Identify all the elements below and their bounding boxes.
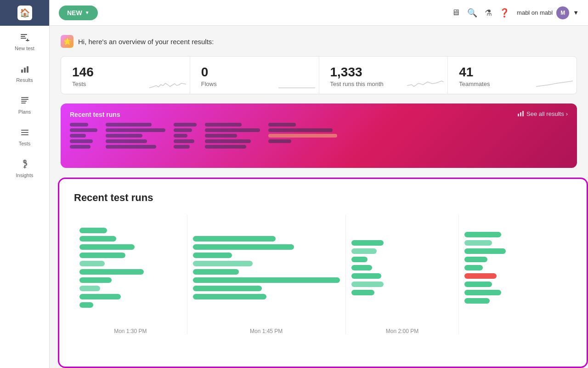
sparkline-teammates bbox=[536, 76, 573, 90]
new-test-icon bbox=[20, 32, 30, 44]
sidebar-item-plans[interactable]: Plans bbox=[0, 89, 49, 121]
banner-bar bbox=[174, 134, 187, 138]
banner-bar bbox=[174, 139, 194, 143]
banner-col-1 bbox=[70, 123, 97, 149]
svg-rect-18 bbox=[522, 111, 524, 116]
tl-bar bbox=[79, 302, 93, 308]
tl-bar bbox=[351, 273, 381, 279]
svg-rect-4 bbox=[26, 40, 29, 41]
svg-rect-16 bbox=[518, 114, 519, 116]
tl-bar-light bbox=[193, 261, 253, 266]
recent-runs-card: Recent test runs bbox=[58, 178, 588, 368]
monitor-icon[interactable]: 🖥 bbox=[452, 8, 460, 17]
tl-bar-light bbox=[79, 286, 100, 291]
plans-icon bbox=[20, 96, 30, 107]
svg-rect-0 bbox=[21, 34, 27, 35]
tl-bar bbox=[79, 244, 135, 250]
filter-icon[interactable]: ⚗ bbox=[485, 8, 492, 18]
banner-bar bbox=[106, 128, 165, 132]
timeline-label-1: Mon 1:30 PM bbox=[114, 328, 147, 334]
tl-bar bbox=[193, 294, 266, 299]
new-button[interactable]: NEW ▼ bbox=[59, 6, 98, 20]
see-all-arrow: › bbox=[566, 110, 568, 117]
top-bar: NEW ▼ 🖥 🔍 ⚗ ❓ mabl on mabl M ▼ bbox=[50, 0, 588, 26]
banner-col-3 bbox=[174, 123, 197, 149]
user-text: mabl on mabl bbox=[517, 9, 553, 16]
tl-bar bbox=[193, 277, 340, 283]
new-button-label: NEW bbox=[67, 9, 82, 17]
banner-bar bbox=[70, 123, 88, 126]
sidebar-item-new-test[interactable]: New test bbox=[0, 26, 49, 58]
tl-bar bbox=[79, 294, 121, 299]
sparkline-flows bbox=[278, 76, 315, 90]
sidebar: 🏠 New test bbox=[0, 0, 50, 368]
main-content: NEW ▼ 🖥 🔍 ⚗ ❓ mabl on mabl M ▼ bbox=[50, 0, 588, 368]
tl-bar bbox=[351, 257, 368, 262]
banner-col-5 bbox=[268, 123, 337, 149]
sidebar-item-insights[interactable]: Insights bbox=[0, 153, 49, 184]
stats-row: 146 Tests 0 Flows 1,333 Test runs this m… bbox=[61, 56, 577, 94]
banner-bar bbox=[70, 134, 86, 138]
help-icon[interactable]: ❓ bbox=[499, 8, 509, 18]
banner-bar bbox=[268, 139, 291, 143]
recent-runs-banner-title: Recent test runs bbox=[70, 111, 568, 118]
tl-bar-red bbox=[464, 273, 497, 279]
bar-chart-icon bbox=[517, 110, 525, 117]
new-button-arrow: ▼ bbox=[85, 10, 90, 15]
svg-rect-5 bbox=[21, 69, 23, 73]
banner-bar bbox=[106, 139, 147, 143]
svg-rect-17 bbox=[520, 112, 521, 116]
see-all-label: See all results bbox=[526, 110, 564, 117]
tl-bar bbox=[79, 253, 125, 258]
tl-bar bbox=[464, 232, 501, 237]
sidebar-label-insights: Insights bbox=[16, 172, 34, 178]
tl-bar bbox=[193, 253, 232, 258]
banner-col-2 bbox=[106, 123, 165, 149]
tl-bar bbox=[464, 290, 501, 295]
tl-bar bbox=[351, 265, 372, 270]
see-all-results-btn[interactable]: See all results › bbox=[517, 110, 568, 117]
sidebar-label-new-test: New test bbox=[15, 46, 34, 51]
banner-bar bbox=[70, 145, 90, 149]
svg-rect-13 bbox=[21, 132, 28, 133]
tl-bar bbox=[464, 298, 490, 304]
svg-rect-8 bbox=[21, 97, 28, 98]
tl-bar bbox=[193, 269, 239, 275]
insights-icon bbox=[20, 159, 30, 171]
svg-rect-10 bbox=[21, 101, 27, 102]
dashboard: 🌟 Hi, here's an overview of your recent … bbox=[50, 26, 588, 368]
sidebar-item-tests[interactable]: Tests bbox=[0, 121, 49, 153]
svg-rect-6 bbox=[24, 68, 26, 73]
timeline-label-3: Mon 2:00 PM bbox=[386, 328, 418, 334]
user-initials: M bbox=[560, 10, 565, 16]
tl-bar-light bbox=[351, 282, 384, 287]
tl-bar bbox=[193, 244, 294, 250]
sparkline-tests bbox=[149, 76, 186, 90]
banner-bar bbox=[174, 128, 192, 132]
tl-bar bbox=[464, 265, 483, 270]
user-badge[interactable]: mabl on mabl M ▼ bbox=[517, 6, 579, 19]
sidebar-label-tests: Tests bbox=[19, 141, 31, 146]
tl-bar-light bbox=[464, 240, 492, 246]
tl-bar-light bbox=[79, 261, 105, 266]
search-icon[interactable]: 🔍 bbox=[467, 8, 477, 18]
timeline-col-1: Mon 1:30 PM bbox=[74, 215, 187, 334]
tl-bar bbox=[79, 236, 116, 242]
timeline-col-3: Mon 2:00 PM bbox=[346, 215, 459, 334]
top-bar-actions: 🖥 🔍 ⚗ ❓ mabl on mabl M ▼ bbox=[452, 6, 579, 19]
banner-col-4 bbox=[205, 123, 260, 149]
svg-rect-7 bbox=[27, 66, 28, 73]
sparkline-test-runs bbox=[407, 76, 444, 90]
svg-rect-2 bbox=[21, 38, 26, 39]
tl-bar bbox=[464, 257, 487, 262]
greeting: 🌟 Hi, here's an overview of your recent … bbox=[61, 35, 577, 48]
sidebar-label-results: Results bbox=[16, 77, 33, 83]
tl-bar bbox=[79, 228, 107, 233]
banner-bar bbox=[106, 134, 142, 138]
tl-bar bbox=[351, 240, 384, 246]
timeline-label-2: Mon 1:45 PM bbox=[250, 328, 283, 334]
banner-bar bbox=[268, 128, 333, 132]
sidebar-item-results[interactable]: Results bbox=[0, 58, 49, 89]
recent-runs-banner: Recent test runs See all results › bbox=[61, 104, 577, 168]
results-icon bbox=[20, 64, 30, 75]
